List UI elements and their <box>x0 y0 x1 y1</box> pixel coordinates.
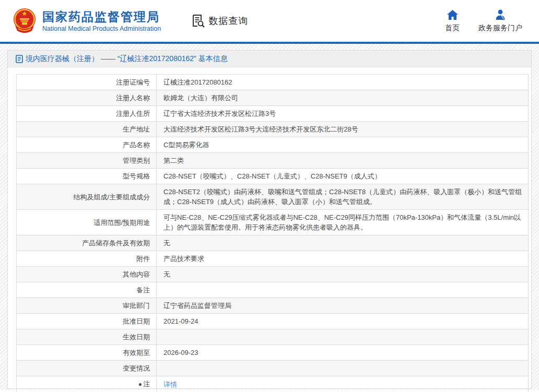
row-label: 变更情况 <box>17 361 157 376</box>
nav-portal-label: 政务服务门户 <box>478 23 522 33</box>
row-label: 注册人名称 <box>17 90 157 106</box>
table-row: ●注详情 <box>17 376 529 392</box>
row-value: 详情 <box>157 376 529 392</box>
row-value <box>157 329 529 345</box>
table-row: 附件产品技术要求 <box>17 251 529 267</box>
nav-home-label: 首页 <box>445 23 460 33</box>
row-label: 产品名称 <box>17 137 157 153</box>
data-query-label: 数据查询 <box>208 15 248 27</box>
table-row: 审批部门辽宁省药品监督管理局 <box>17 298 529 314</box>
row-value: 产品技术要求 <box>157 251 529 267</box>
table-row: 注册人住所辽宁省大连经济技术开发区松江路3号 <box>17 106 529 122</box>
row-value <box>157 361 529 376</box>
table-row: 有效期至2026-09-23 <box>17 345 529 361</box>
table-row: 注册证编号辽械注准20172080162 <box>17 75 529 90</box>
top-nav: 首页 政务服务门户 <box>445 9 522 33</box>
national-emblem-icon: ★ <box>13 8 36 34</box>
data-query-link[interactable]: 数据查询 <box>191 14 248 28</box>
row-label: 有效期至 <box>17 345 157 361</box>
row-label: 生产地址 <box>17 122 157 137</box>
doc-search-icon <box>191 14 205 28</box>
table-row: 备注 <box>17 282 529 298</box>
table-row: 管理类别第二类 <box>17 153 529 169</box>
row-value <box>157 282 529 298</box>
table-row: 批准日期2021-09-24 <box>17 314 529 329</box>
row-label: ●注 <box>17 376 157 392</box>
row-value: 无 <box>157 267 529 282</box>
site-title: 国家药品监督管理局 <box>42 10 161 23</box>
row-label: 其他内容 <box>17 267 157 282</box>
row-label: 适用范围/预期用途 <box>17 210 157 235</box>
table-row: 生效日期 <box>17 329 529 345</box>
site-subtitle: National Medical Products Administration <box>42 25 161 32</box>
row-value: 欧姆龙（大连）有限公司 <box>157 90 529 106</box>
info-table-body: 注册证编号辽械注准20172080162注册人名称欧姆龙（大连）有限公司注册人住… <box>17 75 529 392</box>
brand-logo[interactable]: ★ 国家药品监督管理局 National Medical Products Ad… <box>13 8 161 34</box>
row-label: 结构及组成/主要组成成分 <box>17 184 157 210</box>
table-row: 产品储存条件及有效期无 <box>17 235 529 251</box>
row-label: 型号规格 <box>17 169 157 184</box>
document-icon <box>16 55 23 63</box>
table-row: 适用范围/预期用途可与NE-C28、NE-C29压缩式雾化器或者与NE-C28、… <box>17 210 529 235</box>
row-label: 注册证编号 <box>17 75 157 90</box>
detail-link[interactable]: 详情 <box>163 381 177 388</box>
content-panel: 境内医疗器械（注册） —— “辽械注准20172080162” 基本信息 注册证… <box>7 50 532 389</box>
table-row: 其他内容无 <box>17 267 529 282</box>
table-row: 生产地址大连经济技术开发区松江路3号大连经济技术开发区东北二街28号 <box>17 122 529 137</box>
row-value: C型简易雾化器 <box>157 137 529 153</box>
page-title: 境内医疗器械（注册） —— “辽械注准20172080162” 基本信息 <box>26 54 228 64</box>
table-row: 型号规格C28-NSET（咬嘴式）、C28-NSET（儿童式）、C28-NSET… <box>17 169 529 184</box>
svg-text:★: ★ <box>22 10 28 17</box>
brand-text: 国家药品监督管理局 National Medical Products Admi… <box>42 10 161 32</box>
row-value: C28-NSET（咬嘴式）、C28-NSET（儿童式）、C28-NSET9（成人… <box>157 169 529 184</box>
nav-portal[interactable]: 政务服务门户 <box>478 9 522 33</box>
row-value: 辽宁省大连经济技术开发区松江路3号 <box>157 106 529 122</box>
table-row: 产品名称C型简易雾化器 <box>17 137 529 153</box>
row-value: 可与NE-C28、NE-C29压缩式雾化器或者与NE-C28、NE-C29同样压… <box>157 210 529 235</box>
row-value: 第二类 <box>157 153 529 169</box>
row-value: C28-NSET2（咬嘴式）由药液杯、吸嘴和送气管组成；C28-NSET8（儿童… <box>157 184 529 210</box>
row-value: 2021-09-24 <box>157 314 529 329</box>
user-icon <box>495 9 506 20</box>
info-table: 注册证编号辽械注准20172080162注册人名称欧姆龙（大连）有限公司注册人住… <box>16 74 529 392</box>
row-label: 备注 <box>17 282 157 298</box>
main-content: 境内医疗器械（注册） —— “辽械注准20172080162” 基本信息 注册证… <box>0 44 539 390</box>
table-row: 结构及组成/主要组成成分C28-NSET2（咬嘴式）由药液杯、吸嘴和送气管组成；… <box>17 184 529 210</box>
row-label: 审批部门 <box>17 298 157 314</box>
row-label: 生效日期 <box>17 329 157 345</box>
row-label: 批准日期 <box>17 314 157 329</box>
row-label: 附件 <box>17 251 157 267</box>
table-wrap: 注册证编号辽械注准20172080162注册人名称欧姆龙（大连）有限公司注册人住… <box>8 67 531 392</box>
home-icon <box>447 9 458 20</box>
table-row: 注册人名称欧姆龙（大连）有限公司 <box>17 90 529 106</box>
note-icon: ● <box>138 381 142 388</box>
row-value: 2026-09-23 <box>157 345 529 361</box>
nav-home[interactable]: 首页 <box>445 9 460 33</box>
row-label: 产品储存条件及有效期 <box>17 235 157 251</box>
row-label: 注册人住所 <box>17 106 157 122</box>
table-row: 变更情况 <box>17 361 529 376</box>
row-value: 无 <box>157 235 529 251</box>
row-label: 管理类别 <box>17 153 157 169</box>
breadcrumb: 境内医疗器械（注册） —— “辽械注准20172080162” 基本信息 <box>8 51 531 67</box>
row-value: 辽宁省药品监督管理局 <box>157 298 529 314</box>
row-value: 辽械注准20172080162 <box>157 75 529 90</box>
header: ★ 国家药品监督管理局 National Medical Products Ad… <box>0 0 539 42</box>
row-value: 大连经济技术开发区松江路3号大连经济技术开发区东北二街28号 <box>157 122 529 137</box>
